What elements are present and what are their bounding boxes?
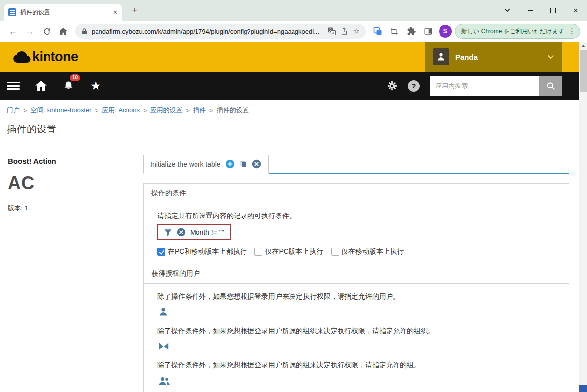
lock-icon [81,28,87,35]
plugin-version: 版本: 1 [8,204,123,213]
checkbox-pc-only[interactable] [254,248,262,256]
refresh-button[interactable] [39,23,54,39]
tab-close-icon[interactable]: × [113,9,117,16]
maximize-button[interactable] [541,0,564,21]
home-button[interactable] [55,23,71,39]
settings-panel: 操作的条件 请指定具有所设置内容的记录的可执行条件。 Month != "" 在… [143,183,569,392]
add-action-icon[interactable] [225,159,235,169]
kintone-logo[interactable]: kintone [13,49,78,65]
filter-expression: Month != "" [190,228,224,236]
url-text[interactable]: pandafirm.cybozu.com/k/admin/app/1794/pl… [92,28,323,35]
conditions-hint: 请指定具有所设置内容的记录的可执行条件。 [157,211,559,220]
filter-funnel-icon [164,228,172,237]
breadcrumb-current: 插件的设置 [217,106,249,115]
conditions-body: 请指定具有所设置内容的记录的可执行条件。 Month != "" 在PC和移动版… [144,203,569,264]
breadcrumb-separator: > [143,107,147,114]
auth-header: 获得授权的用户 [144,264,569,284]
plugin-name: Boost! Action [8,157,123,165]
browser-toolbar: ← → pandafirm.cybozu.com/k/admin/app/179… [0,21,587,42]
tab-favicon-icon [8,8,16,16]
user-avatar [433,48,449,65]
gear-icon[interactable] [387,80,398,91]
search-button[interactable] [539,76,562,96]
screenshot-extension-icon[interactable] [387,23,402,39]
forward-button[interactable]: → [22,23,38,39]
breadcrumb-separator: > [209,107,213,114]
plugin-abbreviation: AC [8,173,123,194]
browser-menu-icon[interactable]: ⋮ [568,27,576,36]
breadcrumb-separator: > [95,107,98,114]
add-organization-icon[interactable] [158,342,559,351]
back-button[interactable]: ← [5,23,21,39]
nav-favorites-icon[interactable]: ★ [90,80,101,92]
kintone-header: kintone Panda [0,42,587,72]
translate-extension-icon[interactable] [370,23,386,39]
add-group-icon[interactable] [158,376,559,386]
chrome-update-text: 新しい Chrome をご利用いただけます [461,27,564,36]
breadcrumb-app-settings[interactable]: 应用的设置 [150,106,182,115]
checkbox-pc-only-label: 仅在PC版本上执行 [265,247,323,256]
scrollbar-bottom-block [579,385,587,392]
breadcrumb: 门户 > 空间: kintone-booster > 应用: Actions >… [0,100,587,118]
breadcrumb-app[interactable]: 应用: Actions [102,106,140,115]
window-controls: × [496,0,587,21]
checkbox-mobile-only[interactable] [331,248,339,256]
auth-org-hint: 除了操作条件外，如果您想根据登录用户所属的组织来决定执行权限，请指定允许的组织。 [157,326,559,336]
nav-home-icon[interactable] [35,80,47,91]
reader-mode-extension-icon[interactable] [420,23,436,39]
chevron-down-icon [547,52,554,61]
action-tab[interactable]: Initialize the work table [143,155,269,174]
extensions-puzzle-icon[interactable] [403,23,419,39]
breadcrumb-separator: > [23,107,27,114]
checkbox-mobile-only-label: 仅在移动版本上执行 [342,247,404,256]
help-icon[interactable]: ? [408,80,420,92]
add-user-icon[interactable] [158,307,559,317]
page-scrollbar[interactable] [579,42,587,392]
menu-hamburger-icon[interactable] [7,82,20,90]
checkbox-both-platforms[interactable] [157,248,165,256]
share-icon[interactable] [341,27,348,35]
filter-condition-chip[interactable]: Month != "" [157,224,231,240]
logo-text: kintone [32,49,78,65]
chrome-update-notice[interactable]: 新しい Chrome をご利用いただけます ⋮ [455,24,580,39]
plugin-config-main: Initialize the work table 操作的条件 [131,144,587,392]
remove-filter-icon[interactable] [177,228,186,237]
app-search [430,76,562,96]
auth-user-hint: 除了操作条件外，如果您想根据登录用户来决定执行权限，请指定允许的用户。 [157,291,559,301]
new-tab-button[interactable]: + [128,3,142,17]
browser-window: 插件的设置 × + × ← → pandafirm.cybozu.com/k/a… [0,0,587,392]
breadcrumb-separator: > [186,107,190,114]
search-icon [546,81,556,91]
content-area: Boost! Action AC 版本: 1 Initialize the wo… [0,144,587,392]
search-input[interactable] [430,76,539,96]
browser-tab-strip: 插件的设置 × + × [0,0,587,21]
platform-options: 在PC和移动版本上都执行 仅在PC版本上执行 仅在移动版本上执行 [157,247,559,256]
profile-avatar[interactable]: S [439,25,452,38]
bookmark-star-icon[interactable]: ☆ [353,27,359,36]
web-page: kintone Panda 10 ★ [0,42,587,392]
page-title: 插件的设置 [0,118,587,144]
minimize-button[interactable] [519,0,541,21]
conditions-header: 操作的条件 [144,184,569,203]
scrollbar-up-arrow[interactable] [579,42,587,50]
delete-action-icon[interactable] [252,159,261,169]
kintone-nav: 10 ★ ? [0,72,587,100]
close-button[interactable]: × [564,0,587,21]
copy-action-icon[interactable] [239,160,247,168]
browser-tab[interactable]: 插件的设置 × [4,4,122,21]
breadcrumb-plugin[interactable]: 插件 [193,106,206,115]
user-menu[interactable]: Panda [425,42,562,72]
scrollbar-thumb[interactable] [580,50,587,92]
breadcrumb-portal[interactable]: 门户 [7,106,20,115]
notification-badge: 10 [70,74,80,81]
action-tab-label: Initialize the work table [150,160,221,168]
svg-text:A: A [332,31,335,35]
address-bar[interactable]: pandafirm.cybozu.com/k/admin/app/1794/pl… [75,24,366,39]
tab-search-chevron-icon[interactable] [496,0,519,21]
translate-icon[interactable]: 文A [327,27,336,36]
action-tab-row: Initialize the work table [143,155,569,174]
nav-notifications-icon[interactable]: 10 [63,80,74,91]
breadcrumb-space[interactable]: 空间: kintone-booster [31,106,92,115]
cloud-icon [13,50,31,63]
plugin-sidebar: Boost! Action AC 版本: 1 [0,144,131,392]
